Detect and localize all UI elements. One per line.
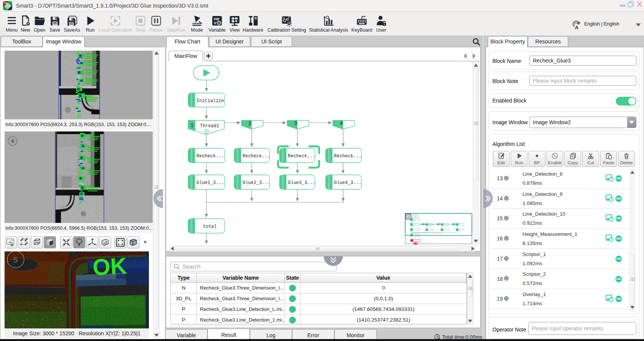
svg-text:Recheck...: Recheck...	[334, 154, 361, 159]
svg-text:1: 1	[190, 122, 193, 128]
svg-text:30: 30	[283, 17, 285, 19]
svg-text:OK: OK	[92, 253, 127, 280]
svg-text:Initialize: Initialize	[197, 98, 224, 104]
svg-text:z: z	[88, 243, 89, 246]
svg-text:Glue2_3...: Glue2_3...	[243, 180, 270, 186]
svg-text:y: y	[93, 237, 94, 240]
svg-text:Glue1_3...: Glue1_3...	[197, 180, 224, 186]
svg-text:S3: S3	[4, 2, 7, 4]
svg-text:total: total	[203, 224, 217, 229]
svg-text:x: x	[96, 243, 97, 246]
svg-text:Glue3_3...: Glue3_3...	[288, 180, 315, 186]
svg-text:var: var	[214, 17, 219, 21]
svg-text:4: 4	[11, 138, 14, 144]
svg-text:Thread1: Thread1	[200, 123, 219, 129]
svg-text:Glue4_3...: Glue4_3...	[334, 180, 361, 186]
svg-text:5: 5	[13, 255, 18, 264]
svg-text:Recheck...: Recheck...	[197, 154, 224, 159]
svg-text:Recheck...: Recheck...	[288, 154, 315, 159]
svg-text:4: 4	[340, 120, 343, 126]
svg-text:2: 2	[248, 120, 251, 126]
svg-text:3: 3	[294, 120, 297, 126]
svg-text:30: 30	[288, 16, 290, 18]
svg-text:A: A	[575, 25, 579, 30]
svg-text:Recheck...: Recheck...	[243, 154, 270, 159]
